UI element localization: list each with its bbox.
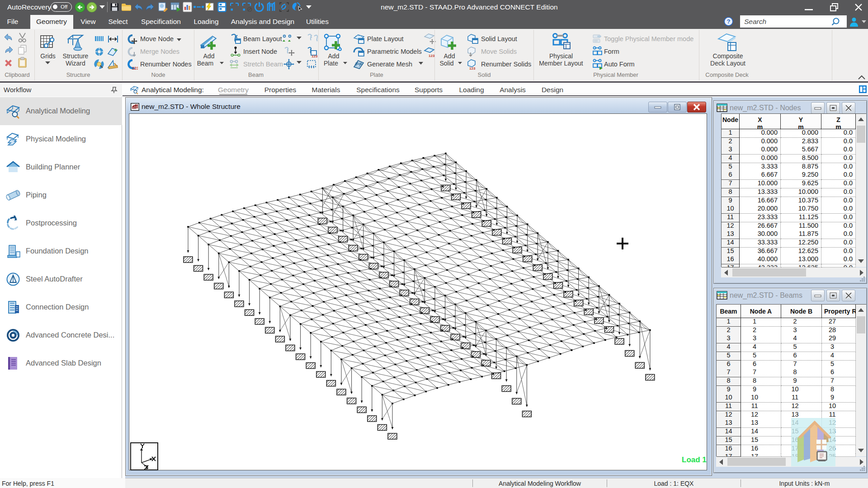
svg-text:?: ? (727, 18, 731, 25)
svg-text:123: 123 (469, 66, 476, 70)
svg-text:123: 123 (132, 66, 138, 70)
